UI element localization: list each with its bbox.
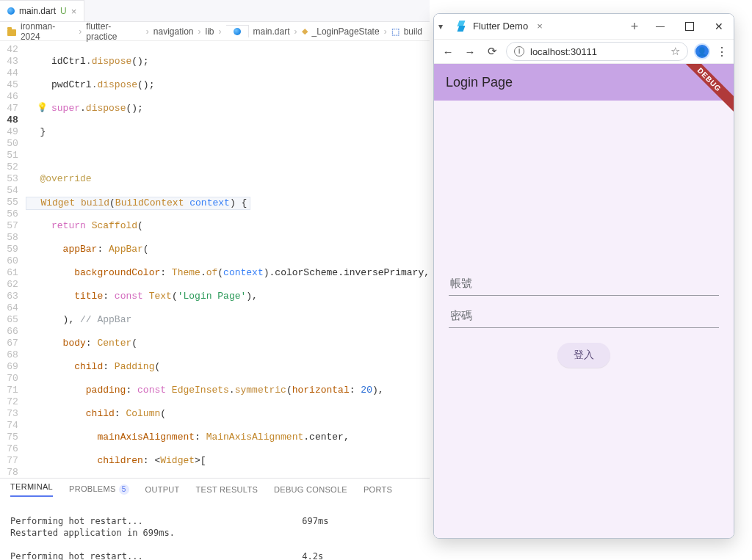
kebab-menu-icon[interactable]: ⋮ — [716, 45, 728, 59]
browser-navbar: ← → ⟳ i localhost:30111 ☆ 👤 ⋮ — [434, 39, 734, 64]
folder-icon — [7, 29, 16, 36]
password-input[interactable] — [449, 303, 719, 328]
tab-terminal[interactable]: TERMINAL — [10, 482, 53, 497]
login-button[interactable]: 登入 — [557, 343, 610, 368]
crumb[interactable]: build — [404, 26, 422, 37]
browser-tab-title: Flutter Demo — [473, 21, 528, 32]
line-gutter: 💡 42434445464748495051525354555657585960… — [0, 41, 26, 479]
editor-area: main.dart U × ironman-2024› flutter-prac… — [0, 0, 430, 560]
problems-badge: 5 — [119, 484, 129, 495]
code-editor[interactable]: 💡 42434445464748495051525354555657585960… — [0, 41, 430, 479]
profile-avatar[interactable]: 👤 — [694, 43, 710, 59]
back-icon[interactable]: ← — [440, 46, 456, 58]
crumb[interactable]: navigation — [153, 26, 194, 37]
browser-window: ▾ Flutter Demo × + — ✕ ← → ⟳ i localhost… — [433, 13, 734, 539]
dart-icon — [234, 28, 241, 35]
forward-icon[interactable]: → — [462, 46, 478, 58]
tab-test-results[interactable]: TEST RESULTS — [196, 485, 258, 494]
crumb[interactable]: ironman-2024 — [21, 21, 74, 42]
bottom-panel: TERMINAL PROBLEMS5 OUTPUT TEST RESULTS D… — [0, 478, 430, 560]
terminal-output[interactable]: Performing hot restart... 697ms Restarte… — [0, 501, 430, 560]
override-annotation: @override — [40, 173, 91, 184]
maximize-button[interactable] — [675, 14, 704, 39]
editor-tab-main-dart[interactable]: main.dart U × — [0, 0, 84, 21]
tab-filename: main.dart — [19, 6, 56, 16]
site-info-icon[interactable]: i — [514, 46, 524, 57]
reload-icon[interactable]: ⟳ — [484, 45, 500, 58]
flutter-app: Login Page DEBUG 登入 — [434, 64, 734, 538]
close-icon[interactable]: × — [71, 6, 77, 17]
tab-output[interactable]: OUTPUT — [145, 485, 180, 494]
panel-tabs: TERMINAL PROBLEMS5 OUTPUT TEST RESULTS D… — [0, 479, 430, 501]
tab-problems[interactable]: PROBLEMS5 — [69, 484, 129, 495]
address-bar[interactable]: i localhost:30111 ☆ — [506, 42, 688, 61]
crumb[interactable]: _LoginPageState — [312, 26, 380, 37]
chevron-down-icon[interactable]: ▾ — [438, 21, 443, 32]
method-icon: ⬚ — [391, 26, 400, 37]
window-close-button[interactable]: ✕ — [704, 14, 734, 39]
crumb[interactable]: flutter-practice — [86, 21, 141, 42]
code-content[interactable]: idCtrl.dispose(); pwdCtrl.dispose(); sup… — [26, 41, 430, 479]
account-input[interactable] — [449, 271, 719, 296]
tab-debug-console[interactable]: DEBUG CONSOLE — [274, 485, 347, 494]
crumb[interactable]: main.dart — [253, 26, 290, 37]
new-tab-button[interactable]: + — [623, 19, 646, 34]
tab-vcs-flag: U — [60, 6, 67, 16]
editor-tabs: main.dart U × — [0, 0, 430, 22]
flutter-icon — [456, 21, 467, 32]
tab-ports[interactable]: PORTS — [364, 485, 392, 494]
page-title: Login Page — [446, 75, 513, 90]
browser-tab[interactable]: Flutter Demo × — [449, 16, 550, 37]
bookmark-icon[interactable]: ☆ — [670, 45, 680, 58]
class-icon: ◆ — [302, 26, 308, 36]
crumb[interactable]: lib — [206, 26, 214, 37]
breadcrumb: ironman-2024› flutter-practice› navigati… — [0, 22, 430, 41]
flutter-body: 登入 — [434, 101, 734, 538]
app-bar: Login Page — [434, 64, 734, 101]
dart-icon — [7, 7, 15, 15]
url-text: localhost:30111 — [530, 46, 597, 57]
browser-titlebar: ▾ Flutter Demo × + — ✕ — [434, 14, 734, 39]
minimize-button[interactable]: — — [646, 14, 675, 39]
close-icon[interactable]: × — [537, 21, 543, 32]
